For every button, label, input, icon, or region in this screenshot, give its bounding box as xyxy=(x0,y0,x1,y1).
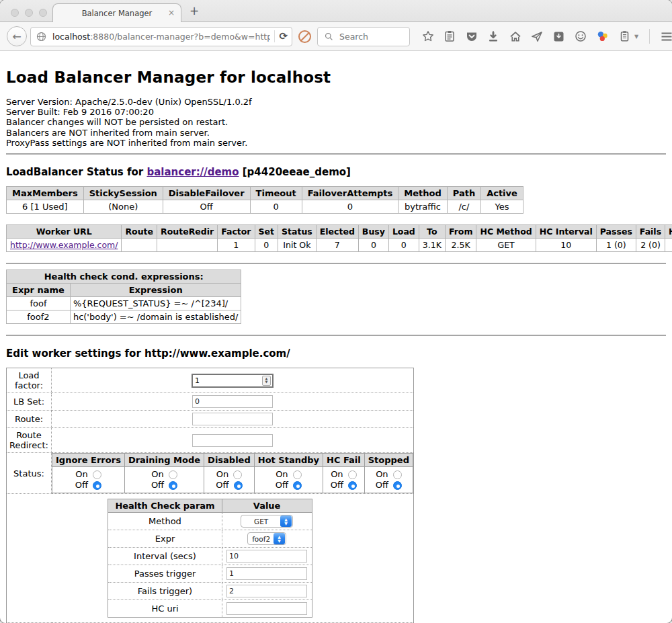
balancer-status-table: MaxMembers StickySession DisableFailover… xyxy=(6,186,523,214)
browser-window: Balancer Manager × + ← localhost:8880/ba… xyxy=(0,0,672,623)
navigation-toolbar: ← localhost:8880/balancer-manager?b=demo… xyxy=(0,22,672,51)
divider xyxy=(6,263,666,264)
inherit-note-line: Balancers are NOT inherited from main se… xyxy=(6,128,666,138)
tab-title: Balancer Manager xyxy=(82,9,153,18)
hc-method-select[interactable]: GET ▲▼ xyxy=(241,515,293,528)
worker-table: Worker URL Route RouteRedir Factor Set S… xyxy=(6,224,672,252)
pocket-icon[interactable] xyxy=(465,30,478,43)
hc-interval-label: Interval (secs) xyxy=(108,548,222,565)
hc-interval-input[interactable] xyxy=(226,550,307,563)
hc-passes-label: Passes trigger xyxy=(108,565,222,583)
colored-dots-extension-icon[interactable] xyxy=(596,30,609,43)
status-hc-fail-cell: On Off xyxy=(323,467,365,493)
balancer-demo-link[interactable]: balancer://demo xyxy=(146,166,239,178)
page-title: Load Balancer Manager for localhost xyxy=(6,69,666,86)
status-draining-mode-cell: On Off xyxy=(124,467,204,493)
adblock-icon[interactable] xyxy=(298,30,311,43)
search-icon xyxy=(323,30,335,43)
reload-icon[interactable]: ⟳ xyxy=(279,30,288,42)
feedback-smiley-icon[interactable] xyxy=(575,30,587,43)
server-built-line: Server Built: Feb 9 2016 07:00:20 xyxy=(6,107,666,117)
hc-expr-select[interactable]: foof2 ▲▼ xyxy=(247,532,286,545)
close-window-button[interactable] xyxy=(11,9,19,17)
edit-worker-table: Load factor: ▲▼ LB Set: Route: Route Red… xyxy=(6,368,414,623)
tab-balancer-manager[interactable]: Balancer Manager × xyxy=(52,3,181,22)
divider xyxy=(6,335,666,336)
lb-set-label: LB Set: xyxy=(7,393,52,411)
status-disabled-cell: On Off xyxy=(204,467,255,493)
lb-set-input[interactable] xyxy=(192,395,273,408)
hc-passes-input[interactable] xyxy=(226,567,307,580)
page-content: Load Balancer Manager for localhost Serv… xyxy=(0,51,672,623)
route-redirect-label: Route Redirect: xyxy=(7,428,52,453)
stopped-on-radio[interactable] xyxy=(393,470,402,479)
server-version-line: Server Version: Apache/2.5.0-dev (Unix) … xyxy=(6,97,666,107)
zoom-window-button[interactable] xyxy=(39,9,47,17)
ignore-errors-on-radio[interactable] xyxy=(93,470,101,479)
load-factor-label: Load factor: xyxy=(7,368,52,393)
hc-fails-input[interactable] xyxy=(226,585,307,597)
disabled-on-radio[interactable] xyxy=(233,470,242,479)
minimize-window-button[interactable] xyxy=(25,9,33,17)
route-label: Route: xyxy=(7,411,52,428)
load-factor-input[interactable] xyxy=(193,376,262,385)
divider xyxy=(6,153,666,155)
tab-close-icon[interactable]: × xyxy=(168,9,175,17)
downloads-icon[interactable] xyxy=(487,30,500,43)
status-options-table: Ignore Errors Draining Mode Disabled Hot… xyxy=(52,453,413,493)
back-button[interactable]: ← xyxy=(7,26,27,46)
traffic-lights xyxy=(11,9,47,17)
tab-bar: Balancer Manager × + xyxy=(0,0,672,22)
hot-standby-off-radio[interactable] xyxy=(293,481,302,490)
ignore-errors-off-radio[interactable] xyxy=(93,481,101,490)
globe-icon xyxy=(35,30,48,43)
edit-worker-form: Load factor: ▲▼ LB Set: Route: Route Red… xyxy=(6,368,666,623)
select-chevrons-icon: ▲▼ xyxy=(274,533,285,544)
hc-fail-on-radio[interactable] xyxy=(348,470,357,479)
health-check-expressions-table: Health check cond. expressions: Expr nam… xyxy=(6,269,241,324)
balancer-status-row: 6 [1 Used] (None) Off 0 0 bytraffic /c/ … xyxy=(7,200,523,214)
url-text[interactable]: localhost:8880/balancer-manager?b=demo&w… xyxy=(52,32,270,42)
status-ignore-errors-cell: On Off xyxy=(52,467,125,493)
url-bar[interactable]: localhost:8880/balancer-manager?b=demo&w… xyxy=(30,27,292,46)
stopped-off-radio[interactable] xyxy=(393,481,402,490)
search-input[interactable] xyxy=(339,32,400,42)
worker-url-link[interactable]: http://www.example.com/ xyxy=(10,240,118,250)
persist-note-line: Balancer changes will NOT be persisted o… xyxy=(6,117,666,127)
route-redirect-input[interactable] xyxy=(192,434,273,447)
menu-hamburger-icon[interactable] xyxy=(660,30,672,43)
draining-mode-on-radio[interactable] xyxy=(169,470,177,479)
container-extension-icon[interactable] xyxy=(618,30,631,43)
worker-row: http://www.example.com/ 1 0 Init Ok 7 0 … xyxy=(7,239,672,252)
status-label: Status: xyxy=(7,453,52,494)
number-stepper-icon[interactable]: ▲▼ xyxy=(262,376,271,386)
panel-extension-icon[interactable] xyxy=(552,30,565,43)
new-tab-button[interactable]: + xyxy=(190,5,199,17)
expr-table-title: Health check cond. expressions: xyxy=(7,270,241,284)
server-info: Server Version: Apache/2.5.0-dev (Unix) … xyxy=(6,97,666,148)
edit-worker-heading: Edit worker settings for http://www.exam… xyxy=(6,347,666,360)
hc-uri-input[interactable] xyxy=(226,602,307,615)
hc-fail-off-radio[interactable] xyxy=(348,481,357,490)
route-input[interactable] xyxy=(192,413,273,425)
expr-row: foof2 hc('body') =~ /domain is establish… xyxy=(7,310,241,324)
disabled-off-radio[interactable] xyxy=(234,481,243,490)
hot-standby-on-radio[interactable] xyxy=(293,470,302,479)
status-hot-standby-cell: On Off xyxy=(254,467,323,493)
hc-method-label: Method xyxy=(108,513,222,530)
search-box[interactable] xyxy=(317,27,410,46)
draining-mode-off-radio[interactable] xyxy=(169,481,177,490)
select-chevrons-icon: ▲▼ xyxy=(280,515,292,527)
hc-fails-label: Fails trigger) xyxy=(108,583,222,600)
container-caret-icon[interactable]: ▼ xyxy=(634,34,638,40)
load-factor-field[interactable]: ▲▼ xyxy=(192,374,274,388)
toolbar-icons: ▼ xyxy=(421,29,672,44)
bookmark-star-icon[interactable] xyxy=(421,30,434,43)
health-check-param-table: Health Check param Value Method GET ▲▼ xyxy=(108,499,312,618)
home-icon[interactable] xyxy=(509,30,521,43)
expr-row: foof %{REQUEST_STATUS} =~ /^[234]/ xyxy=(7,297,241,310)
reading-list-icon[interactable] xyxy=(444,30,456,43)
status-stopped-cell: On Off xyxy=(364,467,413,493)
send-tab-icon[interactable] xyxy=(531,30,544,43)
proxypass-note-line: ProxyPass settings are NOT inherited fro… xyxy=(6,138,666,148)
